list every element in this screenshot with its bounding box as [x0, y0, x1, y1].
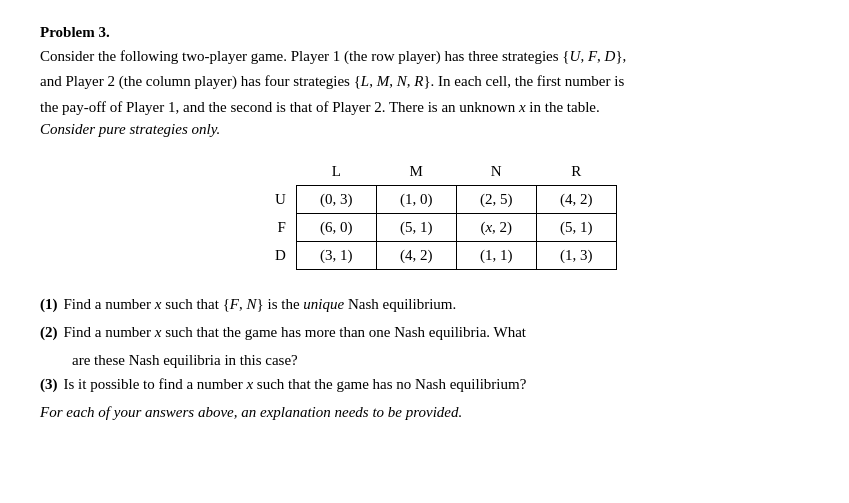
question-3-label: (3) [40, 372, 58, 396]
question-3: (3) Is it possible to find a number x su… [40, 372, 809, 396]
italic-instruction: Consider pure strategies only. [40, 121, 809, 138]
row-label-F: F [252, 213, 296, 241]
description-line3: the pay-off of Player 1, and the second … [40, 96, 809, 119]
cell-U-M: (1, 0) [376, 185, 456, 213]
description-line2: and Player 2 (the column player) has fou… [40, 70, 809, 93]
question-1-label: (1) [40, 292, 58, 316]
table-row-U: U (0, 3) (1, 0) (2, 5) (4, 2) [252, 185, 616, 213]
col-header-R: R [536, 158, 616, 186]
cell-D-M: (4, 2) [376, 241, 456, 269]
question-2-continuation: are these Nash equilibria in this case? [72, 348, 809, 372]
row-label-D: D [252, 241, 296, 269]
cell-F-R: (5, 1) [536, 213, 616, 241]
cell-U-R: (4, 2) [536, 185, 616, 213]
question-2: (2) Find a number x such that the game h… [40, 320, 809, 344]
game-table-container: L M N R U (0, 3) (1, 0) (2, 5) (4, 2) F … [40, 158, 809, 270]
col-header-M: M [376, 158, 456, 186]
corner-cell [252, 158, 296, 186]
question-1-text: Find a number x such that {F, N} is the … [64, 292, 810, 316]
cell-F-L: (6, 0) [296, 213, 376, 241]
cell-D-R: (1, 3) [536, 241, 616, 269]
table-row-D: D (3, 1) (4, 2) (1, 1) (1, 3) [252, 241, 616, 269]
col-header-L: L [296, 158, 376, 186]
question-2-text: Find a number x such that the game has m… [64, 320, 810, 344]
description-line1: Consider the following two-player game. … [40, 45, 809, 68]
cell-D-L: (3, 1) [296, 241, 376, 269]
cell-F-M: (5, 1) [376, 213, 456, 241]
question-1: (1) Find a number x such that {F, N} is … [40, 292, 809, 316]
game-table: L M N R U (0, 3) (1, 0) (2, 5) (4, 2) F … [252, 158, 617, 270]
final-note: For each of your answers above, an expla… [40, 400, 809, 424]
problem-title: Problem 3. [40, 24, 809, 41]
question-2-label: (2) [40, 320, 58, 344]
cell-U-N: (2, 5) [456, 185, 536, 213]
row-label-U: U [252, 185, 296, 213]
col-header-N: N [456, 158, 536, 186]
cell-U-L: (0, 3) [296, 185, 376, 213]
page-content: Problem 3. Consider the following two-pl… [40, 24, 809, 424]
cell-F-N: (x, 2) [456, 213, 536, 241]
cell-D-N: (1, 1) [456, 241, 536, 269]
table-row-F: F (6, 0) (5, 1) (x, 2) (5, 1) [252, 213, 616, 241]
questions-section: (1) Find a number x such that {F, N} is … [40, 292, 809, 424]
question-3-text: Is it possible to find a number x such t… [64, 372, 810, 396]
